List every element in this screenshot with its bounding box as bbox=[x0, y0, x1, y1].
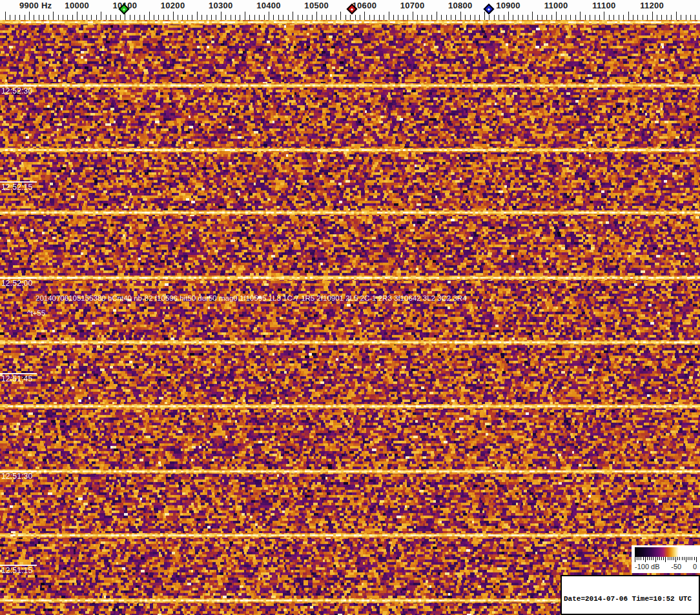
db-ruler-tick bbox=[659, 557, 660, 560]
freq-ruler-tick bbox=[475, 15, 475, 20]
freq-ruler-tick bbox=[389, 12, 389, 20]
db-ruler-tick bbox=[668, 557, 668, 560]
db-ruler-tick bbox=[651, 557, 652, 560]
db-scale-labels: -100 dB -50 0 bbox=[635, 563, 697, 570]
freq-ruler-tick bbox=[116, 15, 116, 20]
freq-ruler-tick bbox=[269, 12, 269, 20]
freq-ruler-tick bbox=[570, 15, 571, 20]
freq-axis-label: 10700 bbox=[400, 1, 425, 10]
time-axis-label: 12:52:30 bbox=[1, 86, 32, 96]
db-ruler-tick bbox=[682, 557, 683, 560]
freq-ruler-tick bbox=[231, 15, 231, 20]
freq-ruler-tick bbox=[422, 15, 422, 20]
db-ruler-tick bbox=[674, 557, 674, 560]
freq-ruler-tick bbox=[513, 15, 513, 20]
db-ruler-tick bbox=[649, 557, 650, 560]
freq-ruler-tick bbox=[537, 15, 538, 20]
freq-axis-label: 10400 bbox=[256, 1, 281, 10]
frequency-axis: Hz 9900100001010010200103001040010500106… bbox=[0, 0, 700, 20]
freq-ruler-tick bbox=[154, 15, 154, 20]
db-ruler-tick bbox=[663, 557, 664, 560]
freq-ruler-tick bbox=[326, 15, 327, 20]
freq-ruler-tick bbox=[604, 12, 604, 20]
db-ruler-tick bbox=[637, 557, 637, 560]
freq-ruler-tick bbox=[307, 15, 307, 20]
freq-ruler-tick bbox=[316, 12, 317, 20]
db-ruler-tick bbox=[670, 557, 670, 560]
freq-ruler-tick bbox=[101, 12, 101, 20]
freq-ruler-tick bbox=[647, 15, 648, 20]
freq-ruler-tick bbox=[403, 15, 404, 20]
time-axis-label: 12:51:15 bbox=[1, 566, 32, 575]
event-time-offset-text: ^t+55 bbox=[27, 309, 467, 317]
colormap-gradient-bar bbox=[635, 547, 697, 557]
freq-ruler-tick bbox=[87, 15, 87, 20]
freq-ruler-tick bbox=[63, 15, 63, 20]
db-label-min: -100 dB bbox=[635, 563, 660, 570]
freq-ruler-tick bbox=[197, 12, 198, 20]
db-label-max: 0 bbox=[693, 563, 697, 570]
freq-ruler-tick bbox=[686, 15, 686, 20]
freq-ruler-tick bbox=[211, 15, 212, 20]
freq-ruler-tick bbox=[628, 12, 629, 20]
db-ruler-tick bbox=[692, 557, 692, 560]
freq-ruler-tick bbox=[254, 15, 255, 20]
freq-ruler-tick bbox=[417, 15, 418, 20]
freq-ruler-tick bbox=[360, 15, 360, 20]
db-ruler-tick bbox=[677, 557, 678, 560]
freq-axis-label: 10000 bbox=[65, 1, 89, 10]
time-axis-label: 12:51:30 bbox=[1, 472, 32, 481]
freq-ruler-tick bbox=[623, 15, 624, 20]
freq-ruler-tick bbox=[441, 15, 442, 20]
freq-ruler-tick bbox=[460, 12, 461, 20]
freq-ruler-tick bbox=[446, 15, 447, 20]
freq-ruler-tick bbox=[619, 15, 619, 20]
freq-ruler-tick bbox=[528, 15, 528, 20]
freq-ruler-tick bbox=[10, 15, 10, 20]
db-ruler-tick bbox=[641, 557, 641, 560]
freq-ruler-tick bbox=[58, 15, 59, 20]
db-ruler-tick bbox=[675, 557, 676, 562]
blue-marker-diamond-icon[interactable] bbox=[484, 4, 495, 15]
db-color-scale-legend: -100 dB -50 0 bbox=[632, 545, 700, 573]
freq-ruler-tick bbox=[522, 15, 523, 20]
freq-ruler-tick bbox=[695, 15, 695, 20]
freq-ruler-tick bbox=[322, 15, 322, 20]
freq-ruler-tick bbox=[5, 12, 6, 20]
db-ruler-tick bbox=[645, 557, 646, 562]
freq-axis-label: 11200 bbox=[640, 1, 664, 10]
freq-ruler-tick bbox=[312, 15, 313, 20]
freq-ruler-tick bbox=[345, 15, 346, 20]
db-ruler-tick bbox=[686, 557, 686, 562]
freq-ruler-tick bbox=[168, 15, 169, 20]
freq-ruler-tick bbox=[556, 12, 557, 20]
event-record-text: 20140706105155380 hCnt40 nb-82 f10596 hi… bbox=[36, 294, 467, 302]
freq-ruler-tick bbox=[336, 15, 336, 20]
freq-ruler-tick bbox=[259, 15, 260, 20]
freq-ruler-tick bbox=[484, 12, 485, 20]
marker-center-dot bbox=[351, 8, 353, 11]
freq-ruler-tick bbox=[489, 15, 489, 20]
db-ruler-tick bbox=[694, 557, 695, 560]
db-ruler-tick bbox=[665, 557, 666, 562]
db-ruler-tick bbox=[643, 557, 644, 560]
freq-ruler-tick bbox=[221, 12, 221, 20]
meteor-event-annotation: 20140706105155380 hCnt40 nb-82 f10596 hi… bbox=[27, 294, 467, 317]
meteor-spectrogram-app: Hz 9900100001010010200103001040010500106… bbox=[0, 0, 700, 615]
freq-ruler-tick bbox=[293, 12, 293, 20]
freq-ruler-tick bbox=[53, 12, 54, 20]
freq-ruler-tick bbox=[676, 12, 677, 20]
freq-ruler-tick bbox=[633, 15, 633, 20]
info-date-time: Date=2014-07-06 Time=10:52 UTC bbox=[564, 595, 697, 604]
db-ruler-tick bbox=[635, 557, 635, 562]
time-axis-label: 12:51:45 bbox=[1, 374, 32, 383]
freq-ruler-tick bbox=[288, 15, 289, 20]
db-ruler-tick bbox=[647, 557, 648, 560]
freq-ruler-tick bbox=[120, 15, 121, 20]
freq-ruler-tick bbox=[110, 15, 111, 20]
freq-ruler-tick bbox=[590, 15, 590, 20]
freq-ruler-tick bbox=[546, 15, 547, 20]
freq-ruler-tick bbox=[249, 15, 250, 20]
spectrogram-waterfall[interactable] bbox=[0, 20, 700, 615]
freq-ruler-tick bbox=[398, 15, 398, 20]
